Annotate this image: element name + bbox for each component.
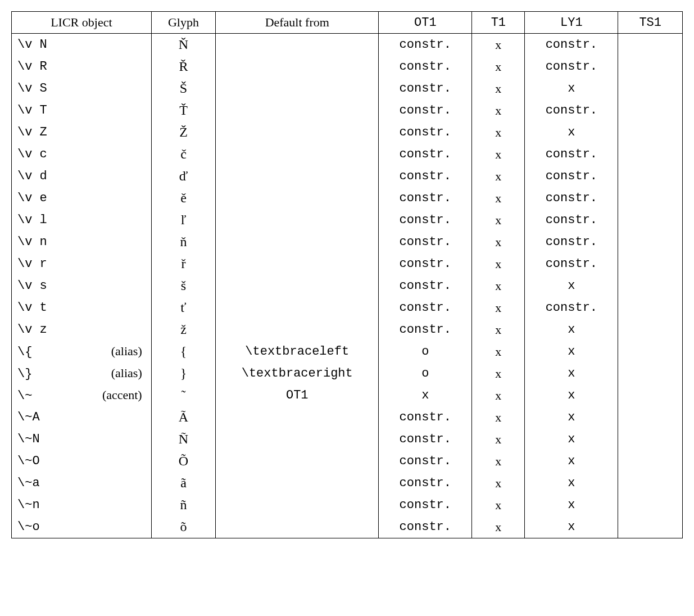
cell-ot1: constr.	[379, 275, 472, 297]
cell-glyph: Ř	[151, 56, 216, 78]
cell-glyph: Õ	[151, 450, 216, 472]
cell-glyph: ˜	[151, 384, 216, 406]
cell-licr: \v t	[12, 297, 152, 319]
cell-licr: \~n	[12, 494, 152, 516]
cell-glyph: ň	[151, 231, 216, 253]
licr-command: \v d	[17, 169, 47, 183]
cell-glyph: ď	[151, 165, 216, 187]
cell-t1: x	[472, 78, 525, 99]
cell-ly1: constr.	[525, 209, 618, 231]
cell-licr: \~O	[12, 450, 152, 472]
licr-command: \v N	[17, 38, 47, 52]
licr-note: (alias)	[111, 344, 146, 359]
cell-licr: \v c	[12, 143, 152, 165]
cell-default	[216, 406, 379, 428]
licr-command: \~N	[17, 432, 40, 446]
glyph-symbol: Õ	[179, 454, 188, 468]
licr-command: \v l	[17, 213, 47, 227]
cell-glyph: ě	[151, 187, 216, 209]
cell-default	[216, 472, 379, 494]
cell-ly1: x	[525, 341, 618, 363]
cell-ly1: x	[525, 516, 618, 538]
cell-default: OT1	[216, 384, 379, 406]
cell-ot1: constr.	[379, 56, 472, 78]
glyph-symbol: Ž	[179, 125, 188, 139]
cell-licr: \~a	[12, 472, 152, 494]
header-t1: T1	[472, 12, 525, 34]
licr-command: \~O	[17, 454, 40, 468]
licr-command: \v r	[17, 257, 47, 271]
table-row: \~OÕconstr.xx	[12, 450, 683, 472]
cell-default	[216, 450, 379, 472]
glyph-symbol: Ñ	[179, 432, 188, 446]
cell-ts1	[618, 34, 683, 56]
cell-ly1: x	[525, 363, 618, 384]
table-row: \~nñconstr.xx	[12, 494, 683, 516]
table-row: \v dďconstr.xconstr.	[12, 165, 683, 187]
cell-default: \textbraceleft	[216, 341, 379, 363]
cell-ts1	[618, 99, 683, 121]
licr-command: \v Z	[17, 125, 47, 139]
cell-default	[216, 165, 379, 187]
cell-ly1: constr.	[525, 99, 618, 121]
cell-ts1	[618, 516, 683, 538]
cell-glyph: Ñ	[151, 428, 216, 450]
cell-licr: \~N	[12, 428, 152, 450]
cell-t1: x	[472, 472, 525, 494]
glyph-symbol: ã	[180, 475, 187, 490]
header-licr: LICR object	[12, 12, 152, 34]
cell-ly1: constr.	[525, 143, 618, 165]
cell-t1: x	[472, 209, 525, 231]
licr-command: \v t	[17, 301, 47, 315]
table-row: \v zžconstr.xx	[12, 319, 683, 341]
cell-default: \textbraceright	[216, 363, 379, 384]
cell-t1: x	[472, 428, 525, 450]
cell-t1: x	[472, 450, 525, 472]
header-ot1: OT1	[379, 12, 472, 34]
licr-command: \~A	[17, 410, 40, 424]
cell-glyph: ľ	[151, 209, 216, 231]
cell-default	[216, 99, 379, 121]
cell-licr: \~A	[12, 406, 152, 428]
glyph-symbol: ď	[179, 169, 188, 183]
cell-glyph: Ž	[151, 121, 216, 143]
cell-glyph: č	[151, 143, 216, 165]
glyph-symbol: {	[180, 344, 187, 359]
cell-ts1	[618, 143, 683, 165]
cell-t1: x	[472, 253, 525, 275]
table-row: \~oõconstr.xx	[12, 516, 683, 538]
cell-licr: \v N	[12, 34, 152, 56]
cell-default	[216, 34, 379, 56]
licr-command: \v T	[17, 103, 47, 117]
cell-default	[216, 275, 379, 297]
licr-command: \v n	[17, 235, 47, 249]
table-row: \v lľconstr.xconstr.	[12, 209, 683, 231]
table-row: \v NŇconstr.xconstr.	[12, 34, 683, 56]
table-row: \v ZŽconstr.xx	[12, 121, 683, 143]
cell-t1: x	[472, 275, 525, 297]
cell-t1: x	[472, 187, 525, 209]
cell-t1: x	[472, 231, 525, 253]
table-row: \v eěconstr.xconstr.	[12, 187, 683, 209]
cell-ts1	[618, 341, 683, 363]
cell-licr: \v e	[12, 187, 152, 209]
table-row: \v RŘconstr.xconstr.	[12, 56, 683, 78]
cell-ts1	[618, 494, 683, 516]
licr-command: \}	[17, 367, 32, 381]
cell-ly1: x	[525, 78, 618, 99]
cell-ot1: o	[379, 363, 472, 384]
cell-t1: x	[472, 363, 525, 384]
cell-ly1: constr.	[525, 56, 618, 78]
cell-ly1: x	[525, 384, 618, 406]
cell-default	[216, 187, 379, 209]
cell-default	[216, 253, 379, 275]
cell-ly1: constr.	[525, 297, 618, 319]
table-row: \{(alias){\textbraceleftoxx	[12, 341, 683, 363]
cell-ot1: constr.	[379, 516, 472, 538]
cell-ts1	[618, 384, 683, 406]
cell-default	[216, 209, 379, 231]
table-row: \v sšconstr.xx	[12, 275, 683, 297]
cell-t1: x	[472, 516, 525, 538]
cell-licr: \v d	[12, 165, 152, 187]
cell-t1: x	[472, 341, 525, 363]
